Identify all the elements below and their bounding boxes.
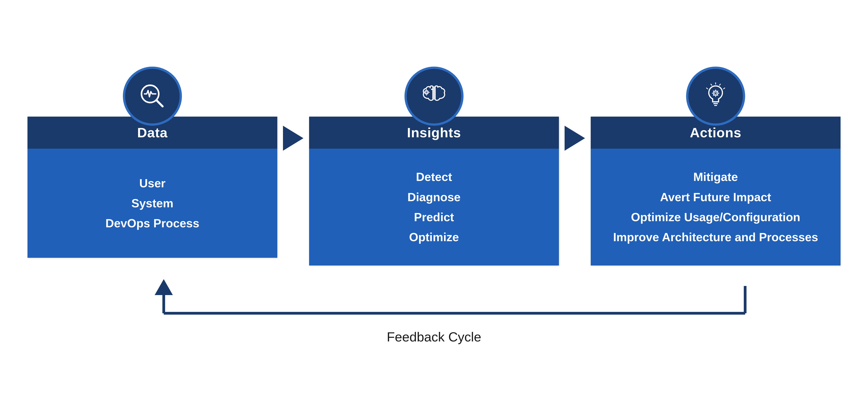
svg-line-21	[713, 91, 714, 91]
brain-gear-icon	[419, 81, 449, 111]
insights-card: Insights Detect Diagnose Predict Optimiz…	[309, 117, 559, 265]
arrow-right-icon-1	[283, 126, 303, 151]
data-card: Data User System DevOps Process	[28, 117, 277, 258]
actions-item-1: Mitigate	[613, 167, 818, 187]
insights-header-title: Insights	[407, 125, 461, 140]
data-item-3: DevOps Process	[105, 213, 199, 233]
diagram-container: Data User System DevOps Process	[25, 67, 843, 344]
actions-body-text: Mitigate Avert Future Impact Optimize Us…	[613, 167, 818, 247]
svg-point-4	[426, 91, 427, 93]
insights-column: Insights Detect Diagnose Predict Optimiz…	[309, 67, 559, 265]
actions-card-body: Mitigate Avert Future Impact Optimize Us…	[591, 149, 840, 265]
svg-line-29	[707, 88, 708, 89]
arrow-data-to-insights	[277, 126, 309, 151]
insights-item-1: Detect	[407, 167, 461, 187]
data-header-title: Data	[137, 125, 167, 140]
svg-line-28	[723, 88, 725, 89]
actions-item-3: Optimize Usage/Configuration	[613, 207, 818, 227]
insights-body-text: Detect Diagnose Predict Optimize	[407, 167, 461, 247]
actions-card: Actions Mitigate Avert Future Impact Opt…	[591, 117, 840, 265]
feedback-svg	[105, 279, 763, 325]
insights-card-body: Detect Diagnose Predict Optimize	[309, 149, 559, 265]
svg-point-15	[713, 91, 718, 95]
actions-item-4: Improve Architecture and Processes	[613, 227, 818, 247]
svg-point-16	[714, 92, 717, 94]
data-item-2: System	[105, 193, 199, 213]
svg-point-11	[432, 91, 433, 92]
svg-line-27	[711, 84, 712, 85]
svg-line-24	[713, 95, 714, 96]
actions-item-2: Avert Future Impact	[613, 187, 818, 207]
actions-header-title: Actions	[690, 125, 741, 140]
svg-marker-33	[155, 279, 173, 295]
feedback-row: Feedback Cycle	[25, 279, 843, 344]
lightbulb-gear-icon	[701, 81, 731, 111]
svg-point-10	[430, 87, 431, 88]
feedback-line-container	[105, 279, 763, 325]
insights-item-2: Diagnose	[407, 187, 461, 207]
insights-item-3: Predict	[407, 207, 461, 227]
insights-icon-circle	[404, 67, 464, 126]
svg-line-22	[717, 95, 718, 96]
data-body-text: User System DevOps Process	[105, 173, 199, 233]
magnifier-pulse-icon	[137, 81, 167, 111]
data-column: Data User System DevOps Process	[28, 67, 277, 258]
svg-point-3	[425, 90, 428, 94]
svg-line-26	[719, 84, 720, 85]
data-card-body: User System DevOps Process	[28, 149, 277, 258]
arrow-right-icon-2	[565, 126, 585, 151]
insights-item-4: Optimize	[407, 227, 461, 247]
svg-point-9	[431, 89, 432, 90]
data-icon-circle	[123, 67, 182, 126]
columns-row: Data User System DevOps Process	[25, 67, 843, 265]
feedback-cycle-label: Feedback Cycle	[387, 329, 481, 344]
actions-column: Actions Mitigate Avert Future Impact Opt…	[591, 67, 840, 265]
svg-line-1	[157, 100, 163, 107]
svg-line-23	[717, 91, 718, 91]
actions-icon-circle	[686, 67, 745, 126]
data-item-1: User	[105, 173, 199, 193]
arrow-insights-to-actions	[559, 126, 591, 151]
